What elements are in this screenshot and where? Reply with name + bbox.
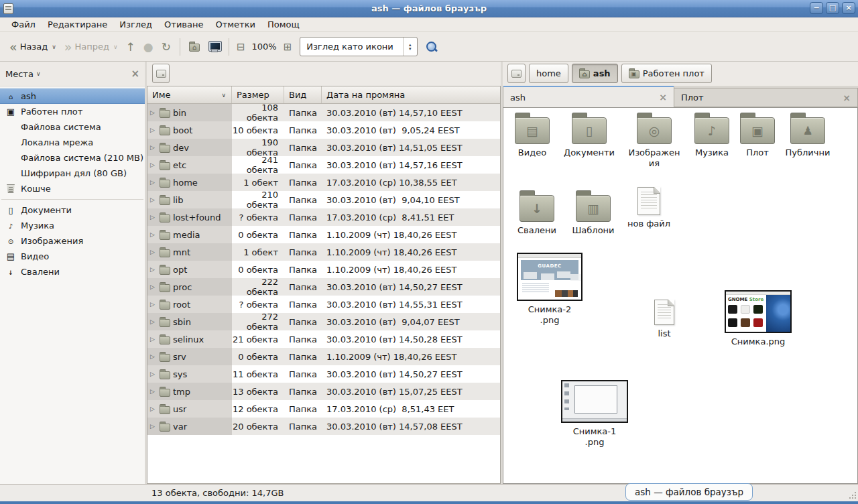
- column-header-size[interactable]: Размер: [232, 86, 284, 103]
- table-row[interactable]: ▷ tmp 13 обекта Папка 30.03.2010 (вт) 15…: [147, 383, 500, 400]
- table-row[interactable]: ▷ boot 10 обекта Папка 30.03.2010 (вт) 9…: [147, 121, 500, 139]
- forward-dropdown-icon[interactable]: ∨: [113, 44, 118, 50]
- up-button[interactable]: ↑: [122, 38, 139, 56]
- resize-grip[interactable]: [849, 491, 857, 499]
- expander-icon[interactable]: ▷: [150, 353, 157, 360]
- folder-item-pictures[interactable]: Изображения: [626, 112, 682, 170]
- sidebar-item[interactable]: Файлова система (210 MB): [0, 150, 145, 166]
- places-close-icon[interactable]: ×: [131, 68, 139, 80]
- table-row[interactable]: ▷ lib 210 обекта Папка 30.03.2010 (вт) 9…: [147, 191, 500, 208]
- tab-close-icon[interactable]: ×: [659, 92, 667, 103]
- expander-icon[interactable]: ▷: [150, 162, 157, 168]
- table-row[interactable]: ▷ lost+found ? обекта Папка 17.03.2010 (…: [147, 208, 500, 226]
- menu-item[interactable]: Отметки: [209, 18, 261, 31]
- sidebar-item[interactable]: Изображения: [0, 233, 145, 249]
- expander-icon[interactable]: ▷: [150, 127, 157, 133]
- minimize-button[interactable]: −: [810, 2, 823, 14]
- view-mode-spinner-icon[interactable]: ▴▾: [404, 43, 417, 51]
- expander-icon[interactable]: ▷: [150, 405, 157, 412]
- column-header-kind[interactable]: Вид: [284, 86, 322, 103]
- column-header-modified[interactable]: Дата на промяна: [322, 86, 500, 103]
- expander-icon[interactable]: ▷: [150, 284, 157, 290]
- expander-icon[interactable]: ▷: [150, 249, 157, 255]
- folder-item-templates[interactable]: Шаблони: [565, 190, 621, 236]
- table-row[interactable]: ▷ selinux 21 обекта Папка 30.03.2010 (вт…: [147, 330, 500, 348]
- file-item-list[interactable]: list: [644, 300, 684, 339]
- folder-item-public[interactable]: Публични: [778, 112, 837, 158]
- expander-icon[interactable]: ▷: [150, 301, 157, 308]
- expander-icon[interactable]: ▷: [150, 179, 157, 186]
- tab-plot[interactable]: Плот ×: [674, 88, 858, 107]
- menu-item[interactable]: Помощ: [261, 18, 306, 31]
- folder-item-documents[interactable]: Документи: [560, 112, 618, 158]
- expander-icon[interactable]: ▷: [150, 318, 157, 325]
- sidebar-item[interactable]: Документи: [0, 202, 145, 218]
- table-row[interactable]: ▷ bin 108 обекта Папка 30.03.2010 (вт) 1…: [147, 104, 500, 121]
- table-row[interactable]: ▷ sys 11 обекта Папка 30.03.2010 (вт) 14…: [147, 365, 500, 383]
- close-button[interactable]: ×: [842, 2, 855, 14]
- sidebar-item[interactable]: Кошче: [0, 181, 145, 196]
- column-header-name[interactable]: Име ∨: [147, 86, 232, 103]
- zoom-out-button[interactable]: ⊟: [234, 39, 248, 55]
- expander-icon[interactable]: ▷: [150, 144, 157, 151]
- stop-button[interactable]: ●: [139, 38, 158, 56]
- table-row[interactable]: ▷ var 20 обекта Папка 30.03.2010 (вт) 14…: [147, 418, 500, 435]
- sidebar-item[interactable]: Файлова система: [0, 119, 145, 135]
- folder-item-video[interactable]: Видео: [504, 112, 560, 158]
- breadcrumb-root-button[interactable]: [507, 64, 526, 83]
- file-item-snimka[interactable]: GNOME Store Снимка.png: [722, 290, 794, 347]
- sidebar-item[interactable]: Локална мрежа: [0, 135, 145, 150]
- zoom-in-button[interactable]: ⊞: [281, 39, 295, 55]
- table-row[interactable]: ▷ media 0 обекта Папка 1.10.2009 (чт) 18…: [147, 226, 500, 243]
- folder-item-desktop[interactable]: Плот: [729, 112, 786, 158]
- expander-icon[interactable]: ▷: [150, 388, 157, 395]
- tab-ash[interactable]: ash ×: [503, 86, 674, 107]
- table-row[interactable]: ▷ home 1 обект Папка 17.03.2010 (ср) 10,…: [147, 174, 500, 191]
- expander-icon[interactable]: ▷: [150, 214, 157, 220]
- reload-button[interactable]: ↻: [158, 38, 175, 56]
- table-row[interactable]: ▷ proc 222 обекта Папка 30.03.2010 (вт) …: [147, 278, 500, 296]
- file-item-new-file[interactable]: нов файл: [621, 187, 677, 229]
- computer-button[interactable]: [204, 39, 224, 55]
- sidebar-item[interactable]: Работен плот: [0, 104, 145, 119]
- menu-item[interactable]: Файл: [5, 18, 42, 31]
- breadcrumb-ash-button[interactable]: ash: [572, 64, 618, 83]
- expander-icon[interactable]: ▷: [150, 266, 157, 273]
- search-icon[interactable]: [426, 41, 438, 53]
- expander-icon[interactable]: ▷: [150, 371, 157, 377]
- table-row[interactable]: ▷ sbin 272 обекта Папка 30.03.2010 (вт) …: [147, 313, 500, 330]
- sidebar-item[interactable]: ash: [0, 88, 145, 104]
- sidebar-item[interactable]: Видео: [0, 249, 145, 264]
- icon-view[interactable]: Видео Документи Изображения Музика Плот …: [503, 107, 858, 484]
- table-row[interactable]: ▷ root ? обекта Папка 30.03.2010 (вт) 14…: [147, 296, 500, 313]
- table-row[interactable]: ▷ srv 0 обекта Папка 1.10.2009 (чт) 18,4…: [147, 348, 500, 365]
- breadcrumb-home-button[interactable]: home: [529, 64, 568, 83]
- expander-icon[interactable]: ▷: [150, 423, 157, 430]
- sidebar-item[interactable]: Шифриран дял (80 GB): [0, 166, 145, 181]
- places-selector[interactable]: Места ∨: [5, 69, 41, 79]
- table-row[interactable]: ▷ etc 241 обекта Папка 30.03.2010 (вт) 1…: [147, 156, 500, 174]
- file-item-snimka2[interactable]: GUADEC Снимка-2.png: [513, 253, 587, 326]
- menu-item[interactable]: Изглед: [113, 18, 158, 31]
- back-button[interactable]: « Назад ∨: [5, 39, 60, 55]
- table-row[interactable]: ▷ dev 190 обекта Папка 30.03.2010 (вт) 1…: [147, 139, 500, 156]
- file-item-snimka1[interactable]: Снимка-1.png: [557, 380, 632, 448]
- maximize-button[interactable]: □: [826, 2, 839, 14]
- sidebar-item[interactable]: Музика: [0, 218, 145, 233]
- table-row[interactable]: ▷ mnt 1 обект Папка 1.10.2009 (чт) 18,40…: [147, 243, 500, 261]
- expander-icon[interactable]: ▷: [150, 231, 157, 238]
- back-dropdown-icon[interactable]: ∨: [52, 44, 56, 50]
- forward-button[interactable]: » Напред ∨: [60, 39, 122, 55]
- expander-icon[interactable]: ▷: [150, 196, 157, 203]
- menu-item[interactable]: Редактиране: [42, 18, 113, 31]
- tab-close-icon[interactable]: ×: [843, 92, 851, 103]
- tree-root-button[interactable]: [152, 64, 170, 83]
- folder-item-downloads[interactable]: Свалени: [509, 190, 565, 236]
- breadcrumb-desktop-button[interactable]: Работен плот: [621, 64, 712, 83]
- view-mode-select[interactable]: Изглед като икони ▴▾: [300, 37, 418, 56]
- table-row[interactable]: ▷ usr 12 обекта Папка 17.03.2010 (ср) 8,…: [147, 400, 500, 418]
- expander-icon[interactable]: ▷: [150, 109, 157, 116]
- titlebar[interactable]: ash — файлов браузър − □ ×: [0, 0, 858, 17]
- sidebar-item[interactable]: Свалени: [0, 264, 145, 279]
- home-button[interactable]: [185, 39, 204, 54]
